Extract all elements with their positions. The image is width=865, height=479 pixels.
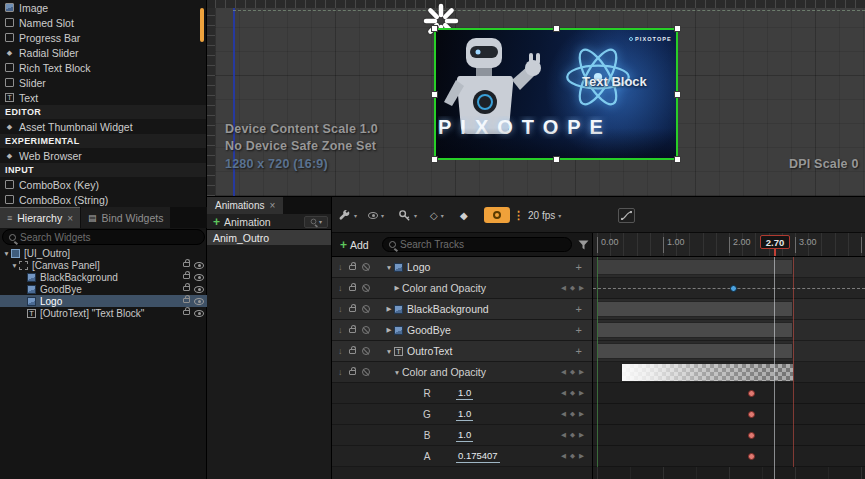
- track-row-logo[interactable]: ↓ ▼ Logo +: [332, 257, 592, 278]
- keyframe-red[interactable]: [748, 453, 755, 460]
- add-track-button[interactable]: + Add: [340, 237, 369, 253]
- keyframe-red[interactable]: [748, 411, 755, 418]
- lane-outrotext[interactable]: [593, 341, 865, 362]
- mute-icon[interactable]: [362, 305, 370, 313]
- add-section-icon[interactable]: +: [576, 345, 582, 357]
- pin-down-icon[interactable]: ↓: [338, 262, 343, 272]
- expander-icon[interactable]: ▼: [10, 262, 19, 269]
- keyframe-fill-button[interactable]: ◆: [460, 206, 468, 224]
- expander-icon[interactable]: ▶: [384, 305, 394, 313]
- expander-icon[interactable]: ▼: [392, 369, 402, 376]
- section-bar[interactable]: [597, 259, 793, 275]
- track-search[interactable]: [382, 237, 572, 252]
- tree-item-ui-outro[interactable]: ▼ [UI_Outro]: [0, 247, 207, 259]
- lock-icon[interactable]: [349, 265, 356, 270]
- lock-icon[interactable]: [349, 328, 356, 333]
- add-section-icon[interactable]: +: [576, 261, 582, 273]
- channel-row-r[interactable]: R 1.0 ◀◆▶: [332, 383, 592, 404]
- palette-item-image[interactable]: Image: [0, 0, 206, 15]
- palette-section-editor[interactable]: EDITOR: [0, 105, 206, 119]
- next-key-icon[interactable]: ▶: [579, 452, 584, 460]
- pin-down-icon[interactable]: ↓: [338, 304, 343, 314]
- mute-icon[interactable]: [362, 347, 370, 355]
- current-time-display[interactable]: 2.70: [760, 235, 790, 249]
- lane-outrotext-color-opacity[interactable]: [593, 362, 865, 383]
- hierarchy-search[interactable]: [2, 229, 205, 245]
- add-section-icon[interactable]: +: [576, 324, 582, 336]
- palette-item-named-slot[interactable]: Named Slot: [0, 15, 206, 30]
- add-key-icon[interactable]: ◆: [570, 389, 575, 397]
- palette-item-web-browser[interactable]: ◆Web Browser: [0, 148, 206, 163]
- timeline-ruler[interactable]: 0.00 1.00 2.00 3.00 4.00 2.70: [593, 233, 865, 257]
- lock-icon[interactable]: [349, 349, 356, 354]
- palette-scrollbar-thumb[interactable]: [200, 8, 204, 42]
- channel-value[interactable]: 1.0: [456, 408, 473, 421]
- add-section-icon[interactable]: +: [576, 303, 582, 315]
- track-row-outrotext[interactable]: ↓ ▼ T OutroText +: [332, 341, 592, 362]
- tree-item-blackbackground[interactable]: BlackBackground: [0, 271, 207, 283]
- expander-icon[interactable]: ▶: [384, 326, 394, 334]
- prev-key-icon[interactable]: ◀: [561, 452, 566, 460]
- palette-item-text[interactable]: TText: [0, 90, 206, 105]
- channel-value[interactable]: 1.0: [456, 387, 473, 400]
- next-key-icon[interactable]: ▶: [579, 284, 584, 292]
- close-icon[interactable]: ×: [269, 200, 275, 211]
- lock-icon[interactable]: [183, 262, 190, 267]
- prev-key-icon[interactable]: ◀: [561, 410, 566, 418]
- resize-handle[interactable]: [431, 156, 438, 163]
- pin-down-icon[interactable]: ↓: [338, 283, 343, 293]
- lock-icon[interactable]: [183, 310, 190, 315]
- keying-options-button[interactable]: ▾: [398, 206, 417, 224]
- section-bar[interactable]: [597, 322, 793, 338]
- tab-animations[interactable]: Animations ×: [207, 197, 283, 214]
- next-key-icon[interactable]: ▶: [579, 410, 584, 418]
- channel-value[interactable]: 1.0: [456, 429, 473, 442]
- sequencer-options-button[interactable]: ▾: [338, 206, 357, 224]
- track-row-logo-color-opacity[interactable]: ↓ ▶ Color and Opacity ◀◆▶: [332, 278, 592, 299]
- lane-channel-a[interactable]: [593, 446, 865, 467]
- prev-key-icon[interactable]: ◀: [561, 368, 566, 376]
- lane-channel-b[interactable]: [593, 425, 865, 446]
- pin-down-icon[interactable]: ↓: [338, 346, 343, 356]
- animation-list-item-anim-outro[interactable]: Anim_Outro: [207, 230, 331, 245]
- keyframe-red[interactable]: [748, 432, 755, 439]
- section-bar[interactable]: [597, 343, 793, 359]
- expander-icon[interactable]: ▶: [392, 284, 402, 292]
- add-key-icon[interactable]: ◆: [570, 368, 575, 376]
- opacity-gradient-bar[interactable]: [622, 364, 793, 381]
- tab-bind-widgets[interactable]: ▤ Bind Widgets: [81, 207, 170, 228]
- expander-icon[interactable]: ▼: [384, 264, 394, 271]
- timeline-area[interactable]: [593, 257, 865, 479]
- selected-image-widget[interactable]: PIXOTOPE Text Block PIXOTOPE: [434, 28, 678, 160]
- pin-down-icon[interactable]: ↓: [338, 367, 343, 377]
- key-all-options-button[interactable]: ◇ ▾: [430, 206, 444, 224]
- lock-icon[interactable]: [183, 274, 190, 279]
- tab-hierarchy[interactable]: ≡ Hierarchy ×: [0, 207, 80, 228]
- palette-section-experimental[interactable]: EXPERIMENTAL: [0, 134, 206, 148]
- visibility-eye-icon[interactable]: [194, 310, 204, 317]
- lane-logo[interactable]: [593, 257, 865, 278]
- lock-icon[interactable]: [183, 286, 190, 291]
- visibility-eye-icon[interactable]: [194, 286, 204, 293]
- tree-item-logo-selected[interactable]: Logo: [0, 295, 207, 307]
- animation-search-button[interactable]: ▾: [304, 216, 328, 228]
- resize-handle[interactable]: [674, 156, 681, 163]
- mute-icon[interactable]: [362, 284, 370, 292]
- tree-item-goodbye[interactable]: GoodBye: [0, 283, 207, 295]
- resize-handle[interactable]: [431, 91, 438, 98]
- palette-section-input[interactable]: INPUT: [0, 163, 206, 177]
- keyframe-red[interactable]: [748, 390, 755, 397]
- filter-funnel-icon[interactable]: [578, 240, 589, 250]
- lock-icon[interactable]: [349, 307, 356, 312]
- auto-key-toggle[interactable]: ⋮: [484, 206, 524, 224]
- lock-icon[interactable]: [349, 370, 356, 375]
- track-row-outrotext-color-opacity[interactable]: ↓ ▼ Color and Opacity ◀◆▶: [332, 362, 592, 383]
- search-widgets-input[interactable]: [20, 232, 204, 243]
- search-tracks-input[interactable]: [400, 239, 571, 250]
- track-row-goodbye[interactable]: ↓ ▶ GoodBye +: [332, 320, 592, 341]
- lane-channel-g[interactable]: [593, 404, 865, 425]
- lane-blackbackground[interactable]: [593, 299, 865, 320]
- palette-item-asset-thumbnail[interactable]: ◆Asset Thumbnail Widget: [0, 119, 206, 134]
- lock-icon[interactable]: [183, 298, 190, 303]
- palette-item-radial-slider[interactable]: ◆Radial Slider: [0, 45, 206, 60]
